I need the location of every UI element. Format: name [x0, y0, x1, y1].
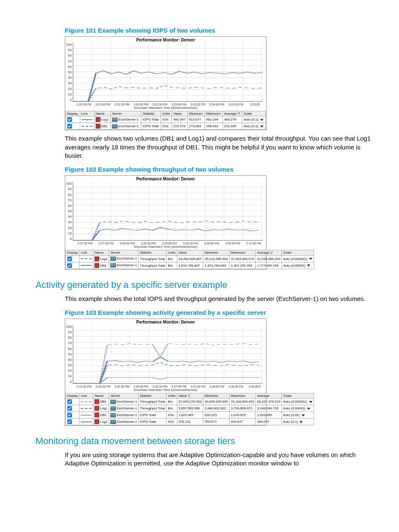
y-axis: 1009080706050403020100 [66, 325, 73, 384]
server-icon [112, 118, 118, 122]
line-swatch [81, 421, 92, 422]
volume-icon [96, 124, 100, 129]
display-checkbox[interactable] [67, 406, 72, 411]
line-swatch [81, 401, 92, 402]
server-icon [112, 124, 118, 129]
server-icon [110, 400, 116, 404]
table-row: DB1ExchServer-1IOPS TotalIO/s215.278173.… [66, 123, 266, 130]
volume-icon [95, 399, 99, 404]
volume-icon [95, 263, 99, 268]
line-swatch [82, 119, 92, 120]
figure-102-caption: Figure 102 Example showing throughput of… [65, 166, 374, 173]
dropdown-icon[interactable] [307, 408, 310, 410]
figure-101-caption: Figure 101 Example showing IOPS of two v… [65, 27, 374, 34]
display-checkbox[interactable] [67, 419, 72, 424]
line-swatch [82, 126, 92, 127]
legend-body-101: Log1ExchServer-1IOPS TotalIO/s451.097413… [66, 116, 266, 130]
plot-area [73, 182, 263, 241]
display-checkbox[interactable] [67, 257, 72, 261]
volume-icon [95, 413, 99, 417]
volume-icon [95, 406, 99, 411]
display-checkbox[interactable] [67, 263, 72, 268]
table-row: Log1ExchServer-1IOPS TotalIO/s451.097413… [66, 116, 266, 123]
chart-title: Performance Monitor: Denver [65, 176, 266, 182]
x-axis-label: Mountain Standard Time (America/Denver) [65, 245, 266, 250]
chart-title: Performance Monitor: Denver [65, 319, 266, 325]
dropdown-icon[interactable] [309, 258, 312, 260]
volume-icon [96, 117, 100, 122]
display-checkbox[interactable] [67, 117, 72, 122]
y-axis: 1009080706050403020100 [66, 43, 73, 102]
server-icon [110, 420, 116, 424]
x-axis-label: Mountain Standard Time (America/Denver) [65, 106, 266, 111]
legend-header-row: DisplayLineName ServerStatisticUnits Val… [66, 393, 314, 398]
sort-icon[interactable]: ▽ [188, 394, 190, 398]
plot-area [73, 43, 263, 102]
display-checkbox[interactable] [67, 124, 72, 129]
line-swatch [81, 258, 92, 259]
legend-body-102: Log1ExchServer-1Throughput TotalB/s33,20… [66, 255, 314, 269]
table-row: DB1ExchServer-1Throughput TotalB/s1,810,… [66, 262, 314, 269]
server-icon [110, 413, 116, 417]
line-swatch [81, 265, 92, 266]
line-swatch [81, 415, 92, 416]
section-heading-monitoring: Monitoring data movement between storage… [36, 436, 374, 447]
paragraph-3: If you are using storage systems that ar… [65, 451, 374, 468]
legend-body-103: DB1ExchServer-1Throughput TotalB/s67,093… [66, 398, 314, 425]
legend-table-103: DisplayLineName ServerStatisticUnits Val… [65, 393, 314, 425]
server-icon [110, 406, 116, 411]
dropdown-icon[interactable] [309, 401, 312, 403]
display-checkbox[interactable] [67, 413, 72, 417]
figure-103-chart: Performance Monitor: Denver 100908070605… [65, 319, 266, 426]
x-axis: 3:20:30 PM3:21:00 PM3:21:30 PM3:22:00 PM… [65, 102, 266, 106]
sort-icon[interactable]: ▽ [270, 251, 273, 255]
dropdown-icon[interactable] [302, 414, 305, 416]
legend-table-102: DisplayLineName ServerStatisticUnits Val… [65, 250, 314, 269]
table-row: Log1ExchServer-1IOPS TotalIO/s378.131359… [66, 419, 314, 425]
table-row: Log1ExchServer-1Throughput TotalB/s33,20… [66, 255, 314, 262]
dropdown-icon[interactable] [260, 126, 263, 128]
table-row: Log1ExchServer-1Throughput TotalB/s3,097… [66, 405, 314, 412]
server-icon [110, 257, 116, 261]
y-axis: 1009080706050403020100 [66, 182, 73, 241]
dropdown-icon[interactable] [260, 119, 263, 121]
table-row: DB1ExchServer-1IOPS TotalIO/s1,022.46562… [66, 412, 314, 419]
paragraph-1: This example shows two volumes (DB1 and … [65, 134, 374, 160]
figure-103-caption: Figure 103 Example showing activity gene… [65, 309, 374, 316]
chart-title: Performance Monitor: Denver [65, 37, 266, 43]
figure-101-chart: Performance Monitor: Denver 100908070605… [65, 36, 266, 130]
paragraph-2: This example shows the total IOPS and th… [65, 295, 374, 303]
display-checkbox[interactable] [67, 399, 72, 404]
dropdown-icon[interactable] [299, 421, 303, 423]
volume-icon [95, 257, 99, 261]
legend-header-row: DisplayLineName ServerStatisticUnits Val… [66, 111, 266, 116]
x-axis-label: Mountain Standard Time (America/Denver) [65, 388, 266, 393]
table-row: DB1ExchServer-1Throughput TotalB/s67,093… [66, 398, 314, 405]
plot-area [73, 325, 263, 384]
x-axis: 3:27:00 PM3:27:30 PM3:28:00 PM3:28:30 PM… [65, 241, 266, 245]
server-icon [110, 263, 116, 267]
legend-table-101: DisplayLineName ServerStatisticUnits Val… [65, 111, 266, 130]
volume-icon [95, 419, 99, 424]
section-heading-activity: Activity generated by a specific server … [36, 280, 374, 290]
x-axis: 3:34:30 PM3:35:00 PM3:35:30 PM3:36:00 PM… [65, 384, 266, 388]
sort-icon[interactable]: ▽ [238, 112, 240, 116]
figure-102-chart: Performance Monitor: Denver 100908070605… [65, 175, 266, 269]
dropdown-icon[interactable] [307, 265, 310, 267]
line-swatch [81, 408, 92, 409]
legend-header-row: DisplayLineName ServerStatisticUnits Val… [66, 250, 314, 255]
